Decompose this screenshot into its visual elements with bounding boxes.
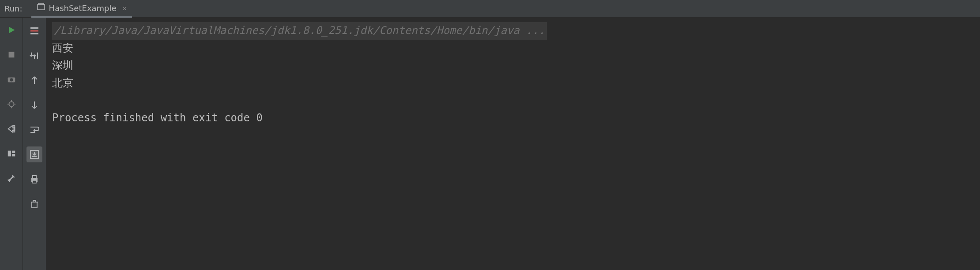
svg-point-4 [10, 78, 13, 81]
stop-button[interactable] [4, 48, 19, 62]
print-button[interactable] [26, 171, 42, 187]
debug-button[interactable] [4, 97, 19, 111]
console-output[interactable]: /Library/Java/JavaVirtualMachines/jdk1.8… [46, 18, 980, 270]
tool-window-header: Run: HashSetExample ✕ [0, 0, 980, 18]
command-line: /Library/Java/JavaVirtualMachines/jdk1.8… [52, 22, 547, 40]
svg-rect-15 [30, 33, 38, 34]
scroll-up-button[interactable] [26, 72, 42, 88]
layout-button[interactable] [4, 146, 19, 161]
output-line: 深圳 [52, 57, 974, 75]
blank-line [52, 92, 974, 109]
wrap-lines-button[interactable] [26, 122, 42, 138]
main-area: /Library/Java/JavaVirtualMachines/jdk1.8… [0, 18, 980, 270]
svg-rect-12 [11, 151, 15, 154]
exit-message: Process finished with exit code 0 [52, 109, 974, 127]
pin-button[interactable] [4, 171, 19, 185]
output-line: 西安 [52, 40, 974, 57]
tab-title: HashSetExample [49, 4, 117, 13]
svg-rect-10 [13, 126, 15, 132]
svg-rect-18 [33, 176, 36, 178]
svg-rect-19 [33, 180, 36, 183]
run-label: Run: [4, 4, 31, 13]
rerun-button[interactable] [4, 23, 19, 37]
dump-threads-button[interactable] [4, 72, 19, 86]
output-line: 北京 [52, 75, 974, 92]
close-icon[interactable]: ✕ [120, 4, 127, 12]
toggle-soft-wrap-button[interactable] [26, 48, 42, 64]
svg-rect-14 [30, 27, 38, 29]
scroll-down-button[interactable] [26, 97, 42, 113]
exit-button[interactable] [4, 122, 19, 136]
scroll-to-end-button[interactable] [26, 146, 42, 162]
console-toolbar [23, 18, 46, 270]
clear-all-button[interactable] [26, 196, 42, 212]
svg-rect-11 [8, 151, 11, 157]
svg-rect-13 [11, 154, 15, 157]
run-config-icon [37, 3, 45, 13]
run-tab[interactable]: HashSetExample ✕ [31, 0, 132, 18]
svg-rect-2 [8, 52, 14, 58]
svg-rect-0 [38, 4, 45, 10]
left-gutter [0, 18, 23, 270]
svg-point-5 [9, 102, 14, 107]
svg-rect-20 [32, 202, 37, 208]
show-filters-button[interactable] [26, 23, 42, 39]
